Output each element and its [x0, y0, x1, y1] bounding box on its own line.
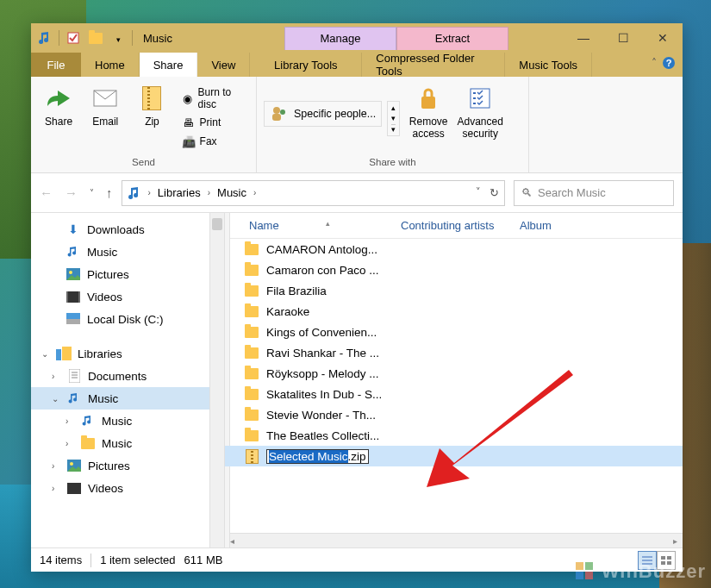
print-icon: 🖶: [182, 116, 196, 129]
location-music-icon: [128, 186, 141, 200]
file-row[interactable]: CAMARON Antolog...: [225, 239, 683, 260]
gallery-nav[interactable]: ▴ ▾ ▾: [387, 101, 400, 136]
ribbon-collapse-icon[interactable]: ˄: [652, 57, 657, 69]
tree-videos-lib[interactable]: ›Videos: [31, 477, 224, 499]
folder-icon: [244, 283, 259, 298]
back-button[interactable]: ←: [40, 185, 53, 200]
forward-button[interactable]: →: [65, 185, 78, 200]
scroll-right-icon[interactable]: ▸: [668, 536, 683, 546]
column-headers[interactable]: Name▴ Contributing artists Album: [225, 213, 683, 239]
recent-dropdown[interactable]: ˅: [90, 188, 94, 197]
file-row[interactable]: Camaron con Paco ...: [225, 260, 683, 280]
expand-icon[interactable]: ⌄: [41, 349, 50, 359]
expand-icon[interactable]: ▾: [391, 124, 396, 134]
file-row[interactable]: The Beatles Collecti...: [225, 425, 683, 446]
tree-pictures[interactable]: Pictures: [31, 263, 224, 285]
minimize-button[interactable]: —: [564, 23, 603, 53]
expand-icon[interactable]: ›: [52, 461, 60, 471]
file-row[interactable]: Fila Brazilia: [225, 280, 683, 301]
qat-properties-icon[interactable]: [65, 29, 82, 47]
down-icon[interactable]: ▾: [391, 114, 396, 122]
expand-icon[interactable]: ›: [52, 484, 60, 493]
tab-file[interactable]: File: [31, 53, 81, 77]
tree-libraries[interactable]: ⌄Libraries: [31, 342, 224, 365]
qat-dropdown-icon[interactable]: ▾: [109, 29, 127, 47]
svg-rect-6: [272, 114, 281, 121]
tree-localdisk[interactable]: Local Disk (C:): [31, 308, 224, 330]
context-tab-extract[interactable]: Extract: [396, 27, 508, 50]
svg-point-5: [280, 109, 285, 115]
tree-music[interactable]: Music: [31, 241, 224, 263]
collapse-icon[interactable]: ⌄: [52, 394, 60, 403]
navigation-tree[interactable]: ⬇Downloads Music Pictures Videos Local D…: [31, 213, 225, 547]
tree-downloads[interactable]: ⬇Downloads: [31, 218, 224, 241]
specific-people-button[interactable]: Specific people...: [264, 101, 382, 127]
file-list[interactable]: CAMARON Antolog... Camaron con Paco ... …: [225, 239, 683, 533]
chevron-icon[interactable]: ›: [250, 188, 259, 197]
status-items: 14 items: [40, 554, 82, 566]
column-artists[interactable]: Contributing artists: [392, 219, 511, 232]
expand-icon[interactable]: ›: [65, 416, 74, 426]
tree-pictures-lib[interactable]: ›Pictures: [31, 454, 224, 477]
svg-rect-16: [56, 349, 61, 360]
tab-view[interactable]: View: [197, 53, 250, 77]
tree-videos[interactable]: Videos: [31, 285, 224, 308]
remove-access-button[interactable]: Remove access: [405, 84, 452, 141]
file-row[interactable]: Karaoke: [225, 301, 683, 322]
tree-music-lib[interactable]: ⌄Music: [31, 387, 224, 410]
app-icon[interactable]: [36, 29, 53, 47]
file-row[interactable]: Kings of Convenien...: [225, 322, 683, 342]
refresh-button[interactable]: ↻: [490, 186, 499, 199]
up-button[interactable]: ↑: [106, 185, 113, 200]
search-box[interactable]: 🔍︎ Search Music: [514, 180, 674, 206]
file-row[interactable]: Röyksopp - Melody ...: [225, 363, 683, 384]
svg-rect-26: [576, 562, 583, 570]
horizontal-scrollbar[interactable]: ◂ ▸: [225, 533, 683, 547]
tree-music-sub1[interactable]: ›Music: [31, 410, 224, 432]
pictures-icon: [66, 458, 82, 473]
drive-icon: [65, 311, 81, 327]
folder-icon: [244, 241, 259, 257]
column-album[interactable]: Album: [511, 219, 561, 232]
tree-music-sub2[interactable]: ›Music: [31, 432, 224, 454]
context-tab-manage[interactable]: Manage: [284, 27, 396, 50]
zip-button[interactable]: Zip: [131, 84, 172, 128]
rename-input[interactable]: Selected Music.zip: [266, 449, 369, 464]
breadcrumb-music[interactable]: Music: [217, 186, 246, 199]
file-row[interactable]: Skatalites In Dub - S...: [225, 384, 683, 404]
file-row[interactable]: Ravi Shankar - The ...: [225, 342, 683, 363]
chevron-icon[interactable]: ›: [145, 188, 154, 197]
column-name[interactable]: Name▴: [240, 219, 392, 232]
expand-icon[interactable]: ›: [65, 439, 74, 448]
tab-library-tools[interactable]: Library Tools: [250, 53, 362, 77]
chevron-icon[interactable]: ›: [204, 188, 214, 197]
share-button[interactable]: Share: [38, 84, 79, 128]
up-icon[interactable]: ▴: [391, 103, 396, 112]
address-box[interactable]: › Libraries › Music › ˅ ↻: [122, 180, 506, 206]
burn-button[interactable]: ◉Burn to disc: [178, 85, 249, 111]
expand-icon[interactable]: ›: [52, 372, 60, 381]
file-row-renaming[interactable]: Selected Music.zip: [225, 446, 683, 466]
tab-home[interactable]: Home: [81, 53, 140, 77]
print-button[interactable]: 🖶Print: [178, 115, 249, 130]
advanced-security-button[interactable]: Advanced security: [457, 84, 503, 141]
breadcrumb-libraries[interactable]: Libraries: [158, 186, 201, 199]
tab-music-tools[interactable]: Music Tools: [505, 53, 592, 77]
tree-scrollbar[interactable]: [209, 213, 224, 547]
close-button[interactable]: ✕: [643, 23, 683, 53]
folder-icon: [244, 303, 259, 319]
svg-rect-22: [661, 556, 665, 560]
file-row[interactable]: Stevie Wonder - Th...: [225, 404, 683, 425]
address-dropdown[interactable]: ˅: [476, 186, 481, 199]
tree-documents[interactable]: ›Documents: [31, 365, 224, 387]
help-icon[interactable]: ?: [662, 56, 676, 70]
maximize-button[interactable]: ☐: [603, 23, 643, 53]
qat-folder-icon[interactable]: [87, 29, 104, 47]
email-button[interactable]: Email: [84, 84, 126, 128]
svg-point-20: [70, 462, 73, 466]
tab-share[interactable]: Share: [140, 53, 198, 77]
fax-button[interactable]: 📠Fax: [178, 134, 249, 149]
videos-icon: [66, 480, 82, 496]
titlebar[interactable]: ▾ Music Manage Extract — ☐ ✕: [31, 23, 683, 53]
tab-compressed-tools[interactable]: Compressed Folder Tools: [362, 53, 505, 77]
